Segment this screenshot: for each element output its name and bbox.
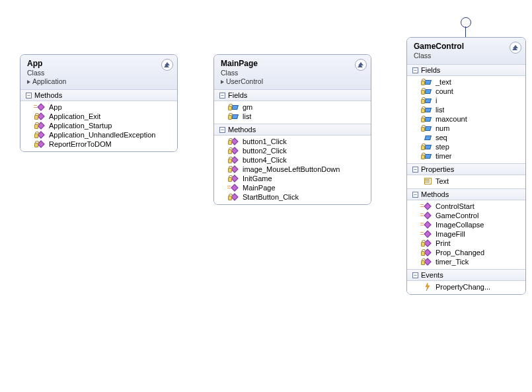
- section-title: Methods: [421, 190, 449, 198]
- class-title: GameControl: [414, 42, 520, 51]
- collapse-button[interactable]: [510, 42, 521, 54]
- method-private-icon: [230, 156, 239, 164]
- class-stereotype: Class: [221, 68, 365, 77]
- member-item[interactable]: App: [20, 102, 177, 112]
- member-label: InitGame: [243, 175, 272, 182]
- method-icon: [36, 103, 46, 111]
- section-title: Events: [421, 271, 443, 279]
- field-private-icon: [423, 124, 432, 132]
- member-label: list: [243, 112, 251, 120]
- field-private-icon: [230, 112, 239, 120]
- method-private-icon: [230, 193, 239, 201]
- member-label: step: [436, 143, 449, 151]
- member-item[interactable]: ImageCollapse: [407, 220, 525, 229]
- section-header-fields[interactable]: − Fields: [407, 64, 525, 76]
- field-private-icon: [423, 152, 432, 160]
- method-private-icon: [36, 131, 46, 139]
- collapse-button[interactable]: [161, 59, 173, 71]
- member-item[interactable]: InitGame: [214, 174, 371, 183]
- section-header-methods[interactable]: − Methods: [214, 124, 371, 136]
- collapse-toggle-icon[interactable]: −: [412, 272, 418, 278]
- members-list: ControlStart GameControl ImageCollapse I…: [407, 200, 525, 269]
- member-label: StartButton_Click: [243, 193, 299, 201]
- members-list: App Application_Exit Application_Startup…: [20, 101, 177, 151]
- class-header-gamecontrol[interactable]: GameControl Class: [407, 38, 525, 64]
- member-label: image_MouseLeftButtonDown: [243, 165, 340, 173]
- section-header-events[interactable]: − Events: [407, 269, 525, 281]
- collapse-button[interactable]: [355, 59, 367, 71]
- class-title: MainPage: [221, 59, 365, 68]
- members-list: _text count i list maxcount num seq step…: [407, 76, 525, 163]
- method-private-icon: [423, 258, 432, 266]
- member-label: MainPage: [243, 184, 276, 192]
- member-item[interactable]: gm: [214, 102, 371, 112]
- chevron-up-icon: [358, 62, 363, 65]
- class-box-mainpage[interactable]: MainPage Class UserControl − Fields gm l…: [213, 54, 371, 205]
- collapse-toggle-icon[interactable]: −: [219, 93, 225, 98]
- member-label: seq: [436, 134, 447, 141]
- field-private-icon: [423, 115, 432, 123]
- property-icon: [423, 177, 432, 185]
- class-body: − Methods App Application_Exit Applicati…: [20, 89, 177, 151]
- method-private-icon: [230, 147, 239, 155]
- class-box-gamecontrol[interactable]: GameControl Class − Fields _text count i…: [406, 37, 526, 295]
- member-item[interactable]: Prop_Changed: [407, 248, 525, 257]
- method-icon: [230, 184, 239, 192]
- collapse-toggle-icon[interactable]: −: [412, 167, 418, 173]
- member-label: Prop_Changed: [436, 249, 484, 256]
- member-item[interactable]: MainPage: [214, 183, 371, 192]
- member-item[interactable]: ReportErrorToDOM: [20, 139, 177, 149]
- member-label: count: [436, 87, 453, 95]
- member-item[interactable]: Application_UnhandledException: [20, 130, 177, 139]
- member-item[interactable]: step: [407, 142, 525, 151]
- collapse-toggle-icon[interactable]: −: [412, 192, 418, 198]
- section-title: Methods: [34, 91, 62, 99]
- member-item[interactable]: _text: [407, 77, 525, 87]
- class-stereotype: Class: [27, 68, 172, 77]
- class-box-app[interactable]: App Class Application − Methods App Appl…: [20, 54, 178, 152]
- field-private-icon: [423, 97, 432, 104]
- method-private-icon: [36, 122, 46, 130]
- section-header-properties[interactable]: − Properties: [407, 163, 525, 175]
- member-label: button2_Click: [243, 147, 287, 155]
- member-item[interactable]: PropertyChang...: [407, 282, 525, 292]
- member-item[interactable]: Application_Startup: [20, 121, 177, 130]
- member-item[interactable]: Application_Exit: [20, 112, 177, 121]
- section-header-fields[interactable]: − Fields: [214, 89, 371, 101]
- member-label: App: [49, 103, 62, 111]
- section-header-methods[interactable]: − Methods: [20, 89, 177, 101]
- member-label: Text: [436, 177, 449, 185]
- class-inherits: UserControl: [221, 77, 365, 85]
- member-item[interactable]: GameControl: [407, 211, 525, 220]
- member-item[interactable]: image_MouseLeftButtonDown: [214, 165, 371, 174]
- member-item[interactable]: button2_Click: [214, 146, 371, 155]
- member-item[interactable]: button1_Click: [214, 137, 371, 146]
- member-item[interactable]: i: [407, 96, 525, 105]
- member-item[interactable]: ControlStart: [407, 202, 525, 211]
- class-header-mainpage[interactable]: MainPage Class UserControl: [214, 55, 371, 89]
- member-label: _text: [436, 78, 451, 86]
- member-item[interactable]: Print: [407, 239, 525, 248]
- collapse-toggle-icon[interactable]: −: [26, 93, 32, 98]
- member-item[interactable]: timer: [407, 151, 525, 161]
- member-item[interactable]: Text: [407, 176, 525, 186]
- section-title: Methods: [228, 126, 256, 134]
- member-item[interactable]: ImageFill: [407, 229, 525, 239]
- field-private-icon: [230, 103, 239, 111]
- field-private-icon: [423, 143, 432, 151]
- member-item[interactable]: count: [407, 87, 525, 96]
- field-icon: [423, 134, 432, 141]
- member-item[interactable]: num: [407, 124, 525, 133]
- member-item[interactable]: timer_Tick: [407, 257, 525, 266]
- member-item[interactable]: maxcount: [407, 114, 525, 124]
- member-item[interactable]: seq: [407, 133, 525, 142]
- member-item[interactable]: StartButton_Click: [214, 192, 371, 202]
- collapse-toggle-icon[interactable]: −: [412, 67, 418, 73]
- members-list: button1_Click button2_Click button4_Clic…: [214, 136, 371, 204]
- member-item[interactable]: list: [214, 112, 371, 121]
- member-item[interactable]: button4_Click: [214, 155, 371, 165]
- collapse-toggle-icon[interactable]: −: [219, 127, 225, 133]
- member-item[interactable]: list: [407, 105, 525, 114]
- class-header-app[interactable]: App Class Application: [20, 55, 177, 89]
- section-header-methods[interactable]: − Methods: [407, 188, 525, 200]
